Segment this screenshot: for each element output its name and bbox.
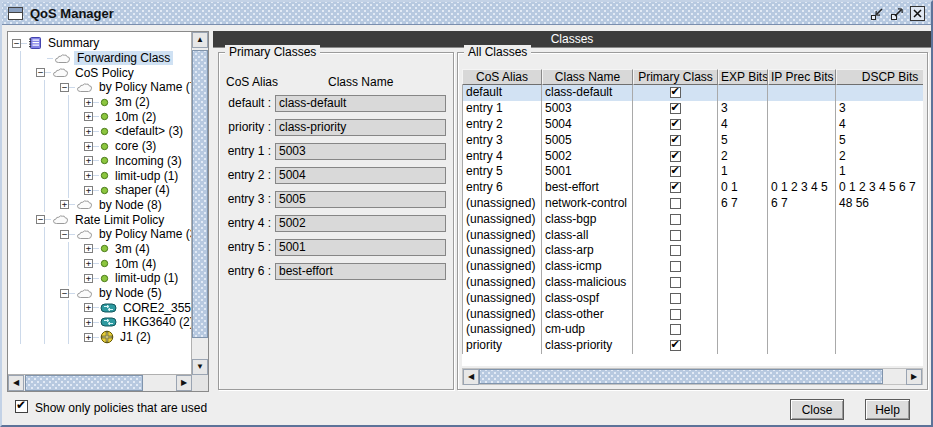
primary-class-checkbox[interactable]	[670, 293, 681, 304]
collapse-toggle-icon[interactable]: −	[36, 68, 45, 77]
table-row-5003[interactable]: entry 1500333	[462, 101, 923, 117]
table-row-class-other[interactable]: (unassigned)class-other	[462, 306, 923, 322]
tree-item-3m-2[interactable]: +3m (2)	[12, 95, 191, 110]
collapse-toggle-icon[interactable]: −	[60, 289, 69, 298]
class-name-field-entry-3[interactable]: 5005	[275, 191, 446, 208]
scrollbar-thumb[interactable]	[25, 375, 143, 391]
expand-toggle-icon[interactable]: +	[84, 333, 93, 342]
table-row-network-control[interactable]: (unassigned)network-control6 76 748 56	[462, 196, 923, 212]
expand-toggle-icon[interactable]: +	[84, 318, 93, 327]
scroll-right-icon[interactable]: ▶	[176, 375, 192, 391]
tree-item-3m-4[interactable]: +3m (4)	[12, 242, 191, 257]
class-name-field-entry-1[interactable]: 5003	[275, 143, 446, 160]
collapse-toggle-icon[interactable]: −	[12, 39, 21, 48]
expand-toggle-icon[interactable]: +	[84, 112, 93, 121]
tree-item-summary[interactable]: −Summary	[12, 36, 191, 51]
tree-item-by-policy-name-7[interactable]: −by Policy Name (7	[12, 80, 191, 95]
column-header-primary-class[interactable]: Primary Class	[633, 69, 718, 85]
primary-class-checkbox[interactable]	[670, 277, 681, 288]
primary-class-checkbox[interactable]	[670, 166, 681, 177]
table-row-cm-udp[interactable]: (unassigned)cm-udp	[462, 322, 923, 338]
primary-class-checkbox[interactable]	[670, 261, 681, 272]
expand-toggle-icon[interactable]: +	[84, 244, 93, 253]
tree-item-by-policy-name-3[interactable]: −by Policy Name (3	[12, 227, 191, 242]
table-row-best-effort[interactable]: entry 6best-effort0 10 1 2 3 4 50 1 2 3 …	[462, 180, 923, 196]
scrollbar-track[interactable]	[192, 48, 208, 359]
primary-class-checkbox[interactable]	[670, 151, 681, 162]
tree-item-10m-2[interactable]: +10m (2)	[12, 109, 191, 124]
primary-class-checkbox[interactable]	[670, 87, 681, 98]
table-horizontal-scrollbar[interactable]: ◀ ▶	[462, 368, 923, 385]
primary-class-checkbox[interactable]	[670, 182, 681, 193]
column-header-dscp-bits[interactable]: DSCP Bits	[836, 69, 923, 85]
table-row-class-bgp[interactable]: (unassigned)class-bgp	[462, 211, 923, 227]
collapse-toggle-icon[interactable]: −	[36, 215, 45, 224]
primary-class-checkbox[interactable]	[670, 119, 681, 130]
expand-toggle-icon[interactable]: +	[84, 156, 93, 165]
primary-class-checkbox[interactable]	[670, 135, 681, 146]
tree-item-10m-4[interactable]: +10m (4)	[12, 256, 191, 271]
primary-class-checkbox[interactable]	[670, 103, 681, 114]
table-row-class-priority[interactable]: priorityclass-priority	[462, 338, 923, 354]
class-name-field-priority[interactable]: class-priority	[275, 119, 446, 136]
expand-toggle-icon[interactable]: +	[84, 259, 93, 268]
primary-class-checkbox[interactable]	[670, 245, 681, 256]
class-name-field-entry-4[interactable]: 5002	[275, 215, 446, 232]
tree-item-core-3[interactable]: +core (3)	[12, 139, 191, 154]
tree-item-rate-limit-policy[interactable]: −Rate Limit Policy	[12, 212, 191, 227]
class-name-field-entry-2[interactable]: 5004	[275, 167, 446, 184]
scroll-left-icon[interactable]: ◀	[8, 375, 24, 391]
help-button[interactable]: Help	[865, 399, 910, 420]
tree-item-hkg3640-2[interactable]: +HKG3640 (2)	[12, 315, 191, 330]
scrollbar-track[interactable]	[479, 369, 906, 384]
expand-toggle-icon[interactable]: +	[84, 98, 93, 107]
expand-toggle-icon[interactable]: +	[84, 186, 93, 195]
table-row-5002[interactable]: entry 4500222	[462, 148, 923, 164]
close-button[interactable]: Close	[790, 399, 844, 420]
column-header-class-name[interactable]: Class Name	[542, 69, 633, 85]
table-row-class-ospf[interactable]: (unassigned)class-ospf	[462, 290, 923, 306]
tree-item-incoming-3[interactable]: +Incoming (3)	[12, 154, 191, 169]
column-header-cos-alias[interactable]: CoS Alias	[462, 69, 542, 85]
table-row-class-all[interactable]: (unassigned)class-all	[462, 227, 923, 243]
scrollbar-thumb[interactable]	[192, 50, 208, 338]
table-row-class-default[interactable]: defaultclass-default	[462, 85, 923, 101]
table-row-5004[interactable]: entry 2500444	[462, 117, 923, 133]
column-header-ip-prec-bits[interactable]: IP Prec Bits	[768, 69, 836, 85]
minimize-icon[interactable]	[869, 6, 885, 22]
expand-toggle-icon[interactable]: +	[84, 171, 93, 180]
collapse-toggle-icon[interactable]: −	[60, 83, 69, 92]
scroll-down-icon[interactable]: ▼	[192, 359, 208, 375]
class-name-field-entry-5[interactable]: 5001	[275, 239, 446, 256]
class-name-field-default[interactable]: class-default	[275, 95, 446, 112]
scroll-right-icon[interactable]: ▶	[906, 369, 922, 385]
primary-class-checkbox[interactable]	[670, 309, 681, 320]
tree-item-j1-2[interactable]: +J1 (2)	[12, 330, 191, 345]
primary-class-checkbox[interactable]	[670, 198, 681, 209]
primary-class-checkbox[interactable]	[670, 340, 681, 351]
table-row-class-malicious[interactable]: (unassigned)class-malicious	[462, 275, 923, 291]
collapse-toggle-icon[interactable]: −	[60, 230, 69, 239]
expand-toggle-icon[interactable]: +	[84, 303, 93, 312]
primary-class-checkbox[interactable]	[670, 324, 681, 335]
expand-toggle-icon[interactable]: +	[60, 200, 69, 209]
tree-item-by-node-5[interactable]: −by Node (5)	[12, 286, 191, 301]
column-header-exp-bits[interactable]: EXP Bits	[718, 69, 768, 85]
tree-item-limit-udp-1[interactable]: +limit-udp (1)	[12, 168, 191, 183]
table-row-class-arp[interactable]: (unassigned)class-arp	[462, 243, 923, 259]
close-icon[interactable]	[909, 5, 926, 22]
table-row-class-icmp[interactable]: (unassigned)class-icmp	[462, 259, 923, 275]
scroll-up-icon[interactable]: ▲	[192, 32, 208, 48]
expand-toggle-icon[interactable]: +	[84, 142, 93, 151]
tree-vertical-scrollbar[interactable]: ▲ ▼	[191, 32, 208, 375]
tree-item-by-node-8[interactable]: +by Node (8)	[12, 198, 191, 213]
show-only-used-checkbox[interactable]	[15, 400, 28, 413]
primary-class-checkbox[interactable]	[670, 214, 681, 225]
tree-item-forwarding-class[interactable]: Forwarding Class	[12, 51, 191, 66]
tree-item-limit-udp-1[interactable]: +limit-udp (1)	[12, 271, 191, 286]
table-row-5005[interactable]: entry 3500555	[462, 132, 923, 148]
primary-class-checkbox[interactable]	[670, 230, 681, 241]
scroll-left-icon[interactable]: ◀	[463, 369, 479, 385]
expand-toggle-icon[interactable]: +	[84, 274, 93, 283]
table-row-5001[interactable]: entry 5500111	[462, 164, 923, 180]
